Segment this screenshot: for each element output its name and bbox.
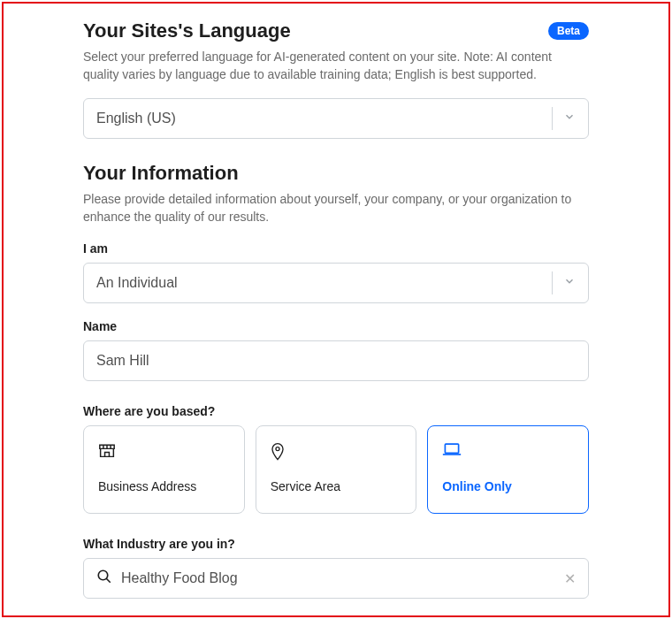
iam-value: An Individual: [96, 275, 178, 291]
chevron-down-icon: [563, 275, 576, 291]
search-icon: [96, 569, 112, 588]
svg-rect-1: [446, 444, 459, 453]
svg-point-2: [98, 570, 108, 580]
card-label: Business Address: [98, 479, 230, 493]
industry-label: What Industry are you in?: [83, 537, 589, 551]
language-title: Your Sites's Language: [83, 19, 291, 42]
svg-line-3: [106, 578, 111, 583]
name-input[interactable]: Sam Hill: [83, 340, 589, 381]
clear-icon[interactable]: ✕: [564, 570, 576, 587]
name-value: Sam Hill: [96, 353, 149, 369]
name-label: Name: [83, 319, 589, 333]
beta-badge: Beta: [548, 22, 589, 40]
industry-input[interactable]: [121, 570, 555, 586]
language-value: English (US): [96, 111, 176, 126]
card-label: Online Only: [442, 479, 574, 493]
svg-point-0: [276, 447, 279, 451]
store-icon: [98, 442, 230, 462]
industry-search[interactable]: ✕: [83, 558, 589, 599]
card-service-area[interactable]: Service Area: [256, 425, 417, 514]
chevron-down-icon: [563, 111, 576, 126]
card-online-only[interactable]: Online Only: [427, 425, 589, 514]
info-title: Your Information: [83, 162, 589, 185]
iam-select[interactable]: An Individual: [83, 263, 589, 303]
iam-label: I am: [83, 241, 589, 256]
location-pin-icon: [271, 442, 402, 462]
laptop-icon: [442, 442, 574, 462]
card-business-address[interactable]: Business Address: [83, 425, 245, 514]
based-label: Where are you based?: [83, 404, 589, 418]
info-desc: Please provide detailed information abou…: [83, 190, 589, 226]
language-desc: Select your preferred language for AI-ge…: [83, 48, 589, 84]
language-select[interactable]: English (US): [83, 98, 589, 139]
card-label: Service Area: [271, 479, 402, 493]
